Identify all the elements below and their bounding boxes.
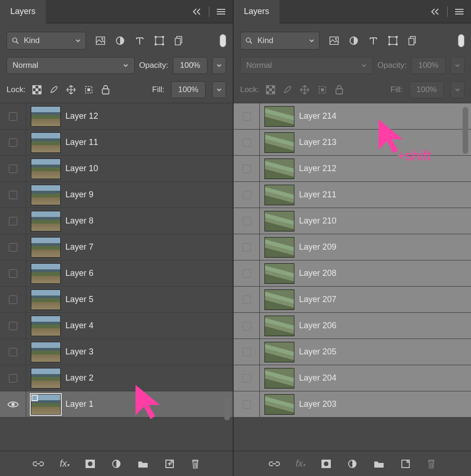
layer-thumbnail[interactable] [264, 237, 294, 258]
layer-thumbnail[interactable] [264, 211, 294, 231]
panel-menu-icon[interactable] [454, 8, 464, 15]
layer-thumbnail[interactable] [31, 289, 61, 310]
layer-list[interactable]: Layer 12Layer 11Layer 10Layer 9Layer 8La… [0, 103, 233, 451]
lock-position-icon[interactable] [66, 85, 76, 95]
visibility-toggle[interactable] [0, 260, 26, 286]
layer-name[interactable]: Layer 6 [65, 268, 228, 278]
new-layer-icon[interactable] [400, 459, 411, 469]
layer-name[interactable]: Layer 11 [65, 137, 228, 147]
layer-row[interactable]: Layer 210 [234, 208, 471, 234]
lock-paint-icon[interactable] [49, 85, 58, 95]
layer-thumbnail[interactable] [264, 342, 294, 362]
layer-row[interactable]: Layer 1 [0, 391, 233, 418]
adjustment-layer-icon[interactable] [111, 459, 121, 469]
layer-name[interactable]: Layer 7 [65, 242, 228, 252]
mask-icon[interactable] [321, 459, 331, 469]
layer-row[interactable]: Layer 203 [234, 391, 471, 418]
layer-thumbnail[interactable] [264, 316, 294, 336]
layer-name[interactable]: Layer 10 [65, 164, 228, 173]
layer-thumbnail[interactable] [31, 342, 61, 362]
layer-thumbnail[interactable] [31, 368, 61, 389]
visibility-toggle[interactable] [234, 365, 260, 391]
lock-transparency-icon[interactable] [32, 85, 42, 95]
visibility-toggle[interactable] [0, 208, 26, 234]
visibility-toggle[interactable] [234, 208, 260, 234]
layer-thumbnail[interactable] [264, 394, 294, 415]
layer-name[interactable]: Layer 12 [65, 111, 228, 121]
filter-toggle-switch[interactable] [458, 34, 464, 47]
layer-row[interactable]: Layer 7 [0, 234, 233, 260]
visibility-toggle[interactable] [234, 260, 260, 286]
layer-thumbnail[interactable] [264, 132, 294, 153]
layer-row[interactable]: Layer 213 [234, 130, 471, 156]
layer-name[interactable]: Layer 210 [299, 216, 466, 226]
layer-thumbnail[interactable] [31, 211, 61, 231]
new-layer-icon[interactable] [164, 459, 175, 469]
opacity-flyout[interactable] [212, 57, 226, 74]
visibility-toggle[interactable] [0, 365, 26, 391]
layer-thumbnail[interactable] [31, 237, 61, 258]
layer-thumbnail[interactable] [31, 132, 61, 153]
layer-name[interactable]: Layer 211 [299, 190, 466, 200]
panel-menu-icon[interactable] [216, 8, 226, 15]
filter-shape-icon[interactable] [388, 36, 398, 46]
layer-name[interactable]: Layer 3 [65, 347, 228, 357]
filter-pixel-icon[interactable] [95, 36, 106, 46]
layer-thumbnail[interactable] [31, 316, 61, 336]
mask-icon[interactable] [85, 459, 95, 469]
layer-thumbnail[interactable] [31, 159, 61, 179]
layer-row[interactable]: Layer 10 [0, 156, 233, 182]
lock-artboard-icon[interactable] [84, 85, 94, 95]
layer-row[interactable]: Layer 9 [0, 182, 233, 208]
layer-name[interactable]: Layer 5 [65, 295, 228, 304]
layer-thumbnail[interactable] [31, 185, 61, 205]
visibility-toggle[interactable] [0, 313, 26, 339]
trash-icon[interactable] [191, 459, 200, 469]
filter-smart-icon[interactable] [174, 36, 184, 46]
layer-name[interactable]: Layer 8 [65, 216, 228, 226]
layer-row[interactable]: Layer 5 [0, 287, 233, 313]
visibility-toggle[interactable] [234, 234, 260, 260]
fill-input[interactable]: 100% [171, 81, 206, 98]
visibility-toggle[interactable] [0, 103, 26, 129]
visibility-toggle[interactable] [234, 182, 260, 208]
filter-adjust-icon[interactable] [115, 36, 125, 46]
layer-name[interactable]: Layer 1 [65, 399, 228, 409]
layer-name[interactable]: Layer 204 [299, 373, 466, 383]
layer-thumbnail[interactable] [31, 394, 61, 415]
link-layers-icon[interactable] [269, 459, 280, 469]
layer-name[interactable]: Layer 4 [65, 321, 228, 331]
layer-name[interactable]: Layer 206 [299, 321, 466, 331]
layer-name[interactable]: Layer 214 [299, 111, 466, 121]
layer-thumbnail[interactable] [264, 159, 294, 179]
visibility-toggle[interactable] [0, 130, 26, 155]
layer-row[interactable]: Layer 8 [0, 208, 233, 234]
visibility-toggle[interactable] [234, 339, 260, 365]
scrollbar-thumb[interactable] [463, 107, 468, 154]
layer-thumbnail[interactable] [264, 106, 294, 127]
visibility-toggle[interactable] [0, 391, 26, 417]
filter-toggle-switch[interactable] [220, 34, 226, 47]
visibility-toggle[interactable] [0, 182, 26, 208]
fx-icon[interactable]: fx▾ [60, 458, 70, 469]
filter-smart-icon[interactable] [407, 36, 418, 46]
layer-name[interactable]: Layer 212 [299, 164, 466, 173]
layer-row[interactable]: Layer 4 [0, 313, 233, 339]
group-icon[interactable] [373, 459, 385, 469]
group-icon[interactable] [137, 459, 149, 469]
filter-type-icon[interactable] [368, 36, 378, 46]
layer-name[interactable]: Layer 207 [299, 295, 466, 304]
layer-name[interactable]: Layer 2 [65, 373, 228, 383]
adjustment-layer-icon[interactable] [347, 459, 357, 469]
layer-name[interactable]: Layer 203 [299, 399, 466, 409]
tab-layers[interactable]: Layers [0, 0, 46, 23]
layer-row[interactable]: Layer 3 [0, 339, 233, 365]
lock-all-icon[interactable] [101, 85, 110, 95]
visibility-toggle[interactable] [0, 234, 26, 260]
layer-row[interactable]: Layer 206 [234, 313, 471, 339]
layer-thumbnail[interactable] [264, 289, 294, 310]
filter-kind-select[interactable]: Kind [7, 32, 86, 50]
visibility-toggle[interactable] [0, 156, 26, 181]
layer-name[interactable]: Layer 213 [299, 137, 466, 147]
layer-row[interactable]: Layer 2 [0, 365, 233, 391]
